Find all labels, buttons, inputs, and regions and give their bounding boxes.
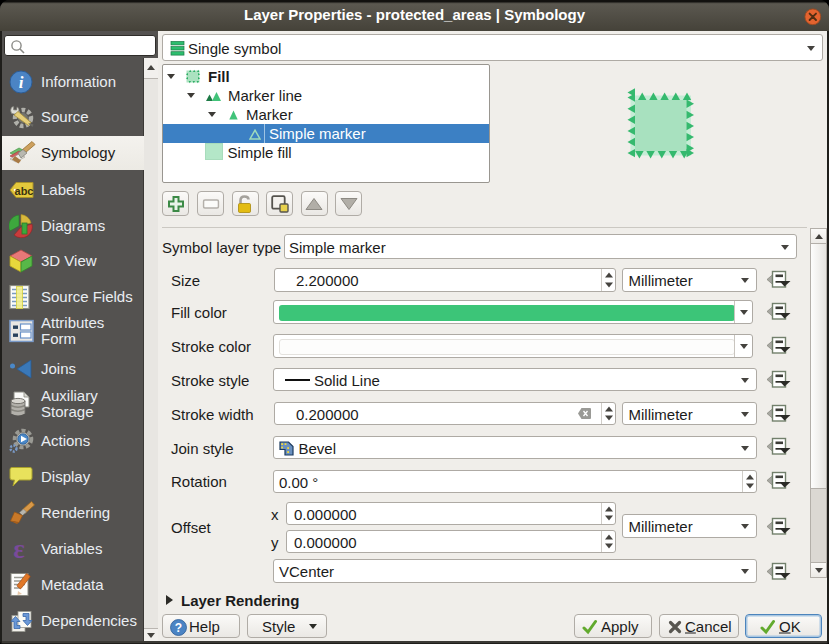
svg-text:?: ? <box>175 621 182 635</box>
svg-text:i: i <box>19 73 24 92</box>
svg-text:ε: ε <box>13 537 25 561</box>
svg-text:abc: abc <box>15 184 34 196</box>
